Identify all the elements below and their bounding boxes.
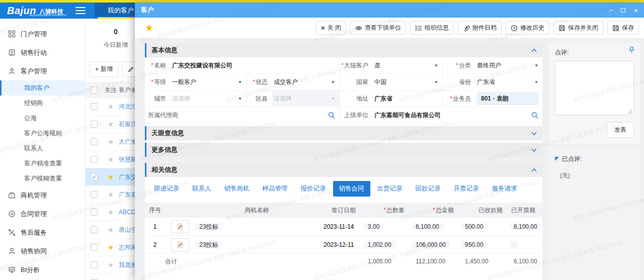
- section-more-info[interactable]: 更多信息: [145, 143, 542, 157]
- status-select[interactable]: 成交客户▼: [272, 74, 340, 90]
- invoiced-input[interactable]: 6,100.00: [510, 223, 541, 230]
- close-record-button[interactable]: × 关 闭: [316, 21, 346, 35]
- row-checkbox[interactable]: [91, 226, 98, 233]
- customer-name-link[interactable]: 石家庄: [119, 120, 137, 129]
- tab-shipments[interactable]: 出货记录: [371, 181, 409, 197]
- name-field[interactable]: 广东交投建设有限公司: [170, 57, 340, 73]
- sidebar-item-customer-mgmt[interactable]: 客户管理: [0, 62, 85, 80]
- sidebar-item-contract-mgmt[interactable]: 合同管理: [0, 205, 85, 223]
- tab-follow-records[interactable]: 跟进记录: [148, 181, 185, 197]
- agent-search-field[interactable]: [182, 107, 340, 123]
- customer-name-link[interactable]: 江苏: [119, 278, 131, 280]
- hamburger-menu-icon[interactable]: [75, 7, 86, 14]
- tab-invoices[interactable]: 开票记录: [448, 181, 485, 197]
- tab-service-requests[interactable]: 服务请求: [486, 181, 523, 197]
- star-icon[interactable]: ★: [103, 261, 119, 269]
- customer-name-link[interactable]: ABCD: [119, 209, 135, 216]
- section-related-info[interactable]: 相关信息: [145, 163, 542, 177]
- save-and-close-button[interactable]: 保存并关闭: [553, 21, 603, 35]
- row-checkbox-checked[interactable]: ✓: [91, 173, 98, 180]
- section-tianyancha[interactable]: 天眼查信息: [145, 126, 542, 140]
- customer-name-link[interactable]: 广东嘉: [119, 191, 137, 199]
- row-checkbox[interactable]: [91, 191, 98, 198]
- close-icon[interactable]: ×: [633, 7, 638, 14]
- star-icon[interactable]: ★: [103, 208, 119, 216]
- comment-textarea[interactable]: [555, 61, 634, 115]
- parent-unit-search-field[interactable]: 广东嘉能可食品有限公司: [372, 107, 542, 123]
- qty-input[interactable]: 1,002.00: [364, 241, 395, 248]
- add-button[interactable]: + 新增: [90, 61, 118, 77]
- opportunity-name-input[interactable]: 23投标: [195, 223, 222, 230]
- maximize-icon[interactable]: [621, 8, 625, 13]
- customer-name-link[interactable]: 河北汇: [119, 103, 137, 111]
- attachment-archive-button[interactable]: 附件归档: [458, 21, 502, 35]
- customer-name-link[interactable]: 唐山宁: [119, 226, 137, 234]
- star-icon[interactable]: ★: [103, 103, 119, 111]
- salesman-field[interactable]: 801 - 袁朗: [475, 90, 542, 107]
- customer-name-link[interactable]: 大广发: [119, 138, 137, 146]
- edit-record-button[interactable]: [171, 238, 189, 251]
- amount-input[interactable]: 6,100.00: [412, 223, 443, 230]
- category-select[interactable]: 最终用户▼: [475, 57, 542, 73]
- reviewed-toggle[interactable]: 已点评:: [555, 154, 634, 163]
- tab-samples[interactable]: 样品管理: [257, 181, 294, 197]
- row-checkbox[interactable]: [91, 261, 98, 268]
- row-checkbox[interactable]: [91, 156, 98, 163]
- sidebar-item-sales-collab[interactable]: 销售协同: [0, 242, 85, 260]
- org-info-button[interactable]: 组织信息: [410, 21, 454, 35]
- received-input[interactable]: 500.00: [461, 223, 488, 230]
- tab-opportunities[interactable]: 销售商机: [218, 181, 256, 197]
- level-select[interactable]: 一般客户▼: [170, 74, 247, 90]
- sidebar-item-opportunity-mgmt[interactable]: 商机管理: [0, 186, 85, 205]
- customer-name-link[interactable]: 我是测: [119, 261, 137, 269]
- row-checkbox[interactable]: [91, 103, 98, 110]
- sidebar-item-sea-rules[interactable]: 客户公海规则: [0, 126, 85, 141]
- country-select[interactable]: 中国▼: [372, 74, 443, 90]
- customer-name-link[interactable]: 张慧颖: [119, 155, 137, 164]
- star-icon[interactable]: ★: [103, 191, 119, 199]
- view-subunits-button[interactable]: 查看下级单位: [350, 21, 406, 35]
- sidebar-item-dealers[interactable]: 经销商: [0, 96, 85, 111]
- section-basic-info[interactable]: 基本信息: [145, 43, 542, 57]
- received-input[interactable]: 950.00: [461, 241, 488, 248]
- star-icon[interactable]: ★: [103, 138, 119, 146]
- select-all-checkbox[interactable]: [91, 86, 98, 94]
- row-checkbox[interactable]: [91, 138, 98, 145]
- sidebar-item-contacts[interactable]: 联系人: [0, 141, 85, 156]
- tab-quotes[interactable]: 报价记录: [295, 181, 332, 197]
- province-select[interactable]: 广东省▼: [475, 74, 542, 90]
- sidebar-item-after-sales[interactable]: 售后服务: [0, 223, 85, 242]
- favorite-star-icon[interactable]: ★: [145, 22, 153, 34]
- sidebar-item-precise-dedup[interactable]: 客户精准查重: [0, 156, 85, 171]
- row-checkbox[interactable]: [91, 121, 98, 128]
- modify-history-button[interactable]: 修改历史: [506, 21, 549, 35]
- star-icon[interactable]: ★: [103, 243, 119, 251]
- invoiced-input[interactable]: [510, 241, 518, 248]
- qty-input[interactable]: 3.00: [364, 223, 383, 230]
- sidebar-item-public-sea[interactable]: 公海: [0, 111, 85, 126]
- tab-payments[interactable]: 回款记录: [410, 181, 447, 197]
- row-checkbox[interactable]: [91, 244, 98, 251]
- star-icon[interactable]: ★: [103, 155, 119, 163]
- opportunity-name-input[interactable]: 23投标: [195, 241, 222, 248]
- sidebar-item-my-customers[interactable]: 我的客户: [0, 80, 85, 96]
- save-button[interactable]: 保存: [607, 21, 639, 35]
- sidebar-item-fuzzy-dedup[interactable]: 客户模糊查重: [0, 171, 85, 186]
- search-icon[interactable]: [531, 112, 538, 119]
- star-icon[interactable]: ★: [103, 226, 119, 234]
- city-select[interactable]: 请选择▼: [170, 90, 247, 107]
- customer-name-link[interactable]: 志邦家: [119, 243, 137, 252]
- edit-record-button[interactable]: [171, 220, 189, 233]
- customer-name-link[interactable]: 广东交: [119, 173, 137, 181]
- amount-input[interactable]: 106,000.00: [412, 241, 450, 248]
- mainland-select[interactable]: 是▼: [372, 57, 443, 73]
- sidebar-item-portal[interactable]: 门户管理: [0, 25, 85, 43]
- tab-sales-contracts[interactable]: 销售合同: [333, 181, 370, 197]
- sidebar-item-sales-action[interactable]: 销售行动: [0, 43, 85, 62]
- publish-button[interactable]: 发表: [607, 122, 634, 138]
- search-icon[interactable]: [328, 112, 335, 119]
- pin-icon[interactable]: [628, 46, 635, 56]
- address-field[interactable]: 广东省: [372, 90, 443, 107]
- minimize-icon[interactable]: −: [609, 7, 613, 14]
- row-checkbox[interactable]: [91, 209, 98, 216]
